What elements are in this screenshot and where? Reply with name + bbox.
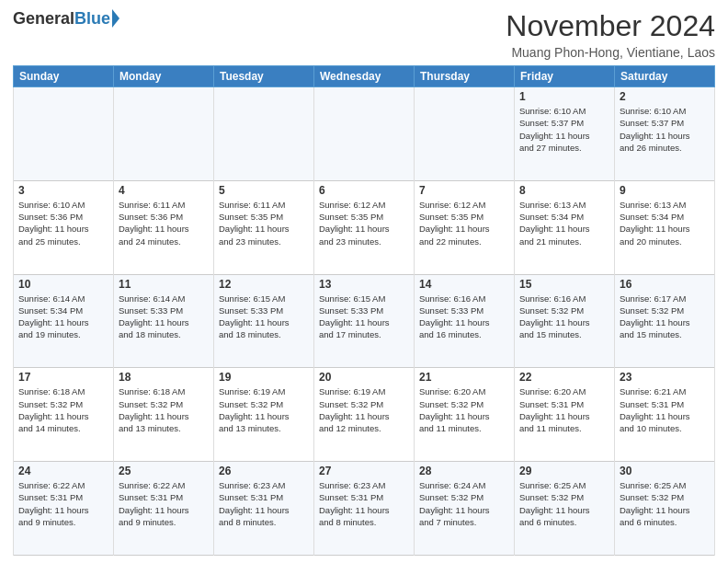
calendar-cell: 5Sunrise: 6:11 AM Sunset: 5:35 PM Daylig…	[214, 180, 314, 274]
day-number: 17	[18, 371, 108, 384]
calendar-week-row: 17Sunrise: 6:18 AM Sunset: 5:32 PM Dayli…	[14, 368, 715, 462]
day-number: 22	[519, 371, 609, 384]
day-info: Sunrise: 6:20 AM Sunset: 5:32 PM Dayligh…	[419, 385, 509, 434]
calendar-cell: 11Sunrise: 6:14 AM Sunset: 5:33 PM Dayli…	[114, 274, 214, 368]
day-number: 3	[18, 184, 108, 197]
calendar-cell: 22Sunrise: 6:20 AM Sunset: 5:31 PM Dayli…	[515, 368, 615, 462]
calendar-cell: 3Sunrise: 6:10 AM Sunset: 5:36 PM Daylig…	[14, 180, 114, 274]
calendar-cell: 25Sunrise: 6:22 AM Sunset: 5:31 PM Dayli…	[114, 462, 214, 556]
calendar-cell: 24Sunrise: 6:22 AM Sunset: 5:31 PM Dayli…	[14, 462, 114, 556]
calendar-week-row: 24Sunrise: 6:22 AM Sunset: 5:31 PM Dayli…	[14, 462, 715, 556]
logo-triangle-icon	[112, 9, 119, 28]
day-info: Sunrise: 6:16 AM Sunset: 5:33 PM Dayligh…	[419, 293, 509, 341]
day-info: Sunrise: 6:13 AM Sunset: 5:34 PM Dayligh…	[519, 199, 609, 247]
day-number: 7	[419, 184, 509, 197]
day-info: Sunrise: 6:25 AM Sunset: 5:32 PM Dayligh…	[620, 479, 710, 528]
calendar-cell: 27Sunrise: 6:23 AM Sunset: 5:31 PM Dayli…	[314, 462, 415, 556]
location-text: Muang Phon-Hong, Vientiane, Laos	[506, 45, 715, 60]
day-info: Sunrise: 6:21 AM Sunset: 5:31 PM Dayligh…	[620, 385, 710, 434]
day-number: 30	[620, 465, 710, 477]
day-number: 2	[620, 90, 710, 103]
day-number: 24	[18, 465, 108, 477]
calendar-cell: 20Sunrise: 6:19 AM Sunset: 5:32 PM Dayli…	[314, 368, 415, 462]
page: General Blue November 2024 Muang Phon-Ho…	[0, 0, 728, 563]
logo-general-text: General	[13, 9, 74, 29]
day-info: Sunrise: 6:19 AM Sunset: 5:32 PM Dayligh…	[219, 385, 309, 434]
day-info: Sunrise: 6:25 AM Sunset: 5:32 PM Dayligh…	[519, 479, 609, 528]
weekday-tuesday: Tuesday	[214, 66, 314, 87]
day-info: Sunrise: 6:13 AM Sunset: 5:34 PM Dayligh…	[620, 199, 710, 247]
day-number: 20	[319, 371, 409, 384]
day-number: 5	[219, 184, 309, 197]
day-info: Sunrise: 6:11 AM Sunset: 5:35 PM Dayligh…	[219, 199, 309, 247]
day-number: 19	[219, 371, 309, 384]
day-number: 14	[419, 278, 509, 291]
day-number: 21	[419, 371, 509, 384]
calendar-cell: 29Sunrise: 6:25 AM Sunset: 5:32 PM Dayli…	[515, 462, 615, 556]
calendar-cell: 2Sunrise: 6:10 AM Sunset: 5:37 PM Daylig…	[615, 87, 715, 181]
day-info: Sunrise: 6:22 AM Sunset: 5:31 PM Dayligh…	[18, 479, 108, 528]
day-number: 27	[319, 465, 409, 477]
day-info: Sunrise: 6:14 AM Sunset: 5:33 PM Dayligh…	[119, 293, 209, 341]
weekday-monday: Monday	[114, 66, 214, 87]
logo: General Blue	[13, 9, 119, 29]
day-info: Sunrise: 6:20 AM Sunset: 5:31 PM Dayligh…	[519, 385, 609, 434]
day-number: 13	[319, 278, 409, 291]
title-area: November 2024 Muang Phon-Hong, Vientiane…	[506, 9, 715, 60]
calendar-cell: 4Sunrise: 6:11 AM Sunset: 5:36 PM Daylig…	[114, 180, 214, 274]
day-number: 11	[119, 278, 209, 291]
day-info: Sunrise: 6:23 AM Sunset: 5:31 PM Dayligh…	[219, 479, 309, 528]
day-info: Sunrise: 6:18 AM Sunset: 5:32 PM Dayligh…	[119, 385, 209, 434]
day-info: Sunrise: 6:10 AM Sunset: 5:37 PM Dayligh…	[519, 105, 609, 154]
day-number: 28	[419, 465, 509, 477]
day-number: 26	[219, 465, 309, 477]
calendar-cell: 21Sunrise: 6:20 AM Sunset: 5:32 PM Dayli…	[415, 368, 515, 462]
day-number: 23	[620, 371, 710, 384]
calendar-cell: 12Sunrise: 6:15 AM Sunset: 5:33 PM Dayli…	[214, 274, 314, 368]
day-info: Sunrise: 6:24 AM Sunset: 5:32 PM Dayligh…	[419, 479, 509, 528]
day-number: 1	[519, 90, 609, 103]
calendar-cell	[415, 87, 515, 181]
calendar-week-row: 1Sunrise: 6:10 AM Sunset: 5:37 PM Daylig…	[14, 87, 715, 181]
day-info: Sunrise: 6:14 AM Sunset: 5:34 PM Dayligh…	[18, 293, 108, 341]
calendar-cell: 9Sunrise: 6:13 AM Sunset: 5:34 PM Daylig…	[615, 180, 715, 274]
weekday-friday: Friday	[515, 66, 615, 87]
month-title: November 2024	[506, 9, 715, 43]
day-info: Sunrise: 6:12 AM Sunset: 5:35 PM Dayligh…	[419, 199, 509, 247]
calendar-header: Sunday Monday Tuesday Wednesday Thursday…	[14, 66, 715, 87]
calendar-body: 1Sunrise: 6:10 AM Sunset: 5:37 PM Daylig…	[14, 87, 715, 556]
calendar-week-row: 3Sunrise: 6:10 AM Sunset: 5:36 PM Daylig…	[14, 180, 715, 274]
day-number: 9	[620, 184, 710, 197]
calendar-cell: 18Sunrise: 6:18 AM Sunset: 5:32 PM Dayli…	[114, 368, 214, 462]
day-info: Sunrise: 6:23 AM Sunset: 5:31 PM Dayligh…	[319, 479, 409, 528]
calendar-cell	[214, 87, 314, 181]
day-number: 4	[119, 184, 209, 197]
calendar-cell: 16Sunrise: 6:17 AM Sunset: 5:32 PM Dayli…	[615, 274, 715, 368]
calendar-cell: 28Sunrise: 6:24 AM Sunset: 5:32 PM Dayli…	[415, 462, 515, 556]
day-number: 8	[519, 184, 609, 197]
calendar-cell	[14, 87, 114, 181]
calendar-table: Sunday Monday Tuesday Wednesday Thursday…	[13, 65, 715, 556]
day-info: Sunrise: 6:15 AM Sunset: 5:33 PM Dayligh…	[219, 293, 309, 341]
calendar-cell: 6Sunrise: 6:12 AM Sunset: 5:35 PM Daylig…	[314, 180, 415, 274]
day-number: 16	[620, 278, 710, 291]
day-info: Sunrise: 6:22 AM Sunset: 5:31 PM Dayligh…	[119, 479, 209, 528]
day-info: Sunrise: 6:12 AM Sunset: 5:35 PM Dayligh…	[319, 199, 409, 247]
day-number: 29	[519, 465, 609, 477]
calendar-cell: 15Sunrise: 6:16 AM Sunset: 5:32 PM Dayli…	[515, 274, 615, 368]
day-info: Sunrise: 6:11 AM Sunset: 5:36 PM Dayligh…	[119, 199, 209, 247]
weekday-wednesday: Wednesday	[314, 66, 415, 87]
calendar-cell: 30Sunrise: 6:25 AM Sunset: 5:32 PM Dayli…	[615, 462, 715, 556]
day-info: Sunrise: 6:18 AM Sunset: 5:32 PM Dayligh…	[18, 385, 108, 434]
day-info: Sunrise: 6:16 AM Sunset: 5:32 PM Dayligh…	[519, 293, 609, 341]
calendar-cell: 17Sunrise: 6:18 AM Sunset: 5:32 PM Dayli…	[14, 368, 114, 462]
day-number: 18	[119, 371, 209, 384]
calendar-cell	[314, 87, 415, 181]
calendar-cell: 26Sunrise: 6:23 AM Sunset: 5:31 PM Dayli…	[214, 462, 314, 556]
weekday-saturday: Saturday	[615, 66, 715, 87]
calendar-cell: 10Sunrise: 6:14 AM Sunset: 5:34 PM Dayli…	[14, 274, 114, 368]
calendar-cell: 13Sunrise: 6:15 AM Sunset: 5:33 PM Dayli…	[314, 274, 415, 368]
calendar-cell: 8Sunrise: 6:13 AM Sunset: 5:34 PM Daylig…	[515, 180, 615, 274]
calendar-cell: 7Sunrise: 6:12 AM Sunset: 5:35 PM Daylig…	[415, 180, 515, 274]
day-info: Sunrise: 6:10 AM Sunset: 5:36 PM Dayligh…	[18, 199, 108, 247]
